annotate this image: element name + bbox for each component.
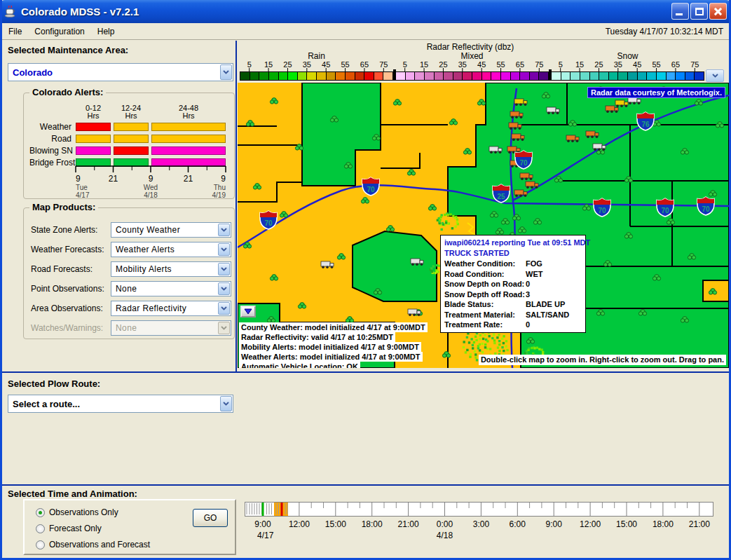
product-value: County Weather <box>116 225 180 235</box>
station-marker-icon[interactable] <box>463 149 471 155</box>
svg-text:9:00: 9:00 <box>254 519 271 529</box>
station-marker-icon[interactable] <box>477 100 485 106</box>
menu-file[interactable]: File <box>2 25 28 39</box>
svg-text:12:00: 12:00 <box>580 519 601 529</box>
radio-option-observations-and-forecast[interactable]: Observations and Forecast <box>36 540 150 549</box>
minimize-button[interactable] <box>671 3 689 20</box>
section-divider <box>2 484 729 486</box>
station-marker-icon[interactable] <box>253 184 261 190</box>
svg-text:65: 65 <box>671 60 680 69</box>
svg-text:18:00: 18:00 <box>653 519 674 529</box>
colorbar-scroll-button[interactable] <box>706 69 724 82</box>
station-marker-icon[interactable] <box>298 303 306 309</box>
chevron-down-icon[interactable] <box>218 224 230 236</box>
svg-text:45: 45 <box>322 60 330 69</box>
colorbar-section-rain: Rain515253545556575 <box>240 51 393 83</box>
alert-bar-red <box>76 123 111 131</box>
product-combo-area-observations[interactable]: Radar Reflectivity <box>111 301 231 316</box>
map-overlay-toggle-button[interactable] <box>240 306 256 317</box>
app-window: Colorado MDSS - v7.2.1 FileConfiguration… <box>0 0 731 560</box>
map-products-title: Map Products: <box>29 202 98 212</box>
alert-bar-magenta <box>151 146 226 155</box>
plow-route-combo[interactable]: Select a route... <box>8 395 233 413</box>
maximize-button[interactable] <box>690 3 708 20</box>
station-marker-icon[interactable] <box>442 352 450 358</box>
station-marker-icon[interactable] <box>361 198 369 204</box>
station-marker-icon[interactable] <box>337 254 345 260</box>
svg-text:55: 55 <box>652 60 660 69</box>
tooltip-field: Treatment Material:SALT/SAND <box>444 310 582 320</box>
svg-text:4/19: 4/19 <box>212 191 226 198</box>
interstate-shield-70: 70 <box>362 177 379 196</box>
alerts-time-axis: 9219219Tue4/17Wed4/18Thu4/19 <box>74 163 230 198</box>
map-product-row-watches-warnings: Watches/Warnings:None <box>31 320 230 336</box>
maintenance-area-value: Colorado <box>13 67 53 78</box>
product-combo-point-observations[interactable]: None <box>111 281 231 296</box>
menu-configuration[interactable]: Configuration <box>28 25 90 39</box>
station-marker-icon[interactable] <box>386 226 394 232</box>
product-combo-road-forecasts[interactable]: Mobility Alerts <box>111 261 231 277</box>
map-product-row-road-forecasts: Road Forecasts:Mobility Alerts <box>31 261 230 277</box>
chevron-down-icon[interactable] <box>218 263 230 275</box>
colorbar-gradient <box>240 71 393 81</box>
station-marker-icon[interactable] <box>407 170 415 176</box>
radio-option-forecast-only[interactable]: Forecast Only <box>36 524 102 533</box>
maintenance-area-label: Selected Maintenance Area: <box>8 45 128 55</box>
svg-text:9: 9 <box>76 174 81 184</box>
svg-text:4/18: 4/18 <box>437 531 453 540</box>
chevron-down-icon[interactable] <box>220 396 232 411</box>
map-status-line: Mobility Alerts: model initialized 4/17 … <box>239 342 421 352</box>
time-slider[interactable]: 9:0012:0015:0018:0021:000:003:006:009:00… <box>245 498 725 541</box>
map-product-row-weather-forecasts: Weather Forecasts:Weather Alerts <box>31 242 230 257</box>
product-value: None <box>116 323 137 333</box>
svg-text:75: 75 <box>379 60 388 69</box>
svg-text:35: 35 <box>614 60 622 69</box>
svg-text:9: 9 <box>221 174 226 184</box>
radio-icon[interactable] <box>36 524 45 533</box>
radio-label: Observations Only <box>49 507 118 517</box>
maintenance-area-combo[interactable]: Colorado <box>8 63 233 81</box>
plow-route-label: Selected Plow Route: <box>8 378 100 389</box>
tooltip-field: Blade Status:BLADE UP <box>444 299 582 310</box>
station-marker-icon[interactable] <box>246 121 254 127</box>
station-marker-icon[interactable] <box>280 212 287 218</box>
chevron-down-icon[interactable] <box>218 302 230 315</box>
radar-courtesy-label: Radar data courtesy of Meteorlogix. <box>587 87 725 98</box>
tooltip-header: iwapi060214 reporting Tue at 09:51 MDT <box>444 238 582 248</box>
svg-text:18:00: 18:00 <box>362 519 383 529</box>
product-combo-state-zone-alerts[interactable]: County Weather <box>111 222 231 238</box>
product-combo-weather-forecasts[interactable]: Weather Alerts <box>111 242 231 257</box>
product-label: Area Observations: <box>31 303 109 313</box>
station-marker-icon[interactable] <box>270 275 278 281</box>
svg-text:12:00: 12:00 <box>289 519 310 529</box>
chevron-down-icon[interactable] <box>218 243 230 256</box>
close-button[interactable] <box>709 3 727 20</box>
chevron-down-icon[interactable] <box>220 64 232 80</box>
chevron-down-icon[interactable] <box>218 282 230 295</box>
svg-text:25: 25 <box>439 60 447 69</box>
station-marker-icon[interactable] <box>449 119 457 125</box>
station-marker-icon[interactable] <box>393 100 401 106</box>
alerts-column-header: 24-48Hrs <box>151 104 226 120</box>
station-marker-icon[interactable] <box>270 98 278 104</box>
interstate-shield-70: 70 <box>260 211 277 229</box>
interstate-shield-70: 70 <box>697 197 714 215</box>
svg-text:15: 15 <box>264 60 273 69</box>
svg-text:25: 25 <box>497 193 505 200</box>
station-marker-icon[interactable] <box>428 205 436 211</box>
map-status-line: Radar Reflectivity: valid 4/17 at 10:25M… <box>239 332 395 342</box>
truck-icon[interactable] <box>321 261 334 268</box>
go-button[interactable]: GO <box>193 509 228 527</box>
svg-text:3:00: 3:00 <box>473 519 490 529</box>
svg-text:4/17: 4/17 <box>76 191 90 198</box>
station-marker-icon[interactable] <box>346 317 353 323</box>
menu-help[interactable]: Help <box>91 25 121 39</box>
svg-text:70: 70 <box>702 205 710 213</box>
svg-text:65: 65 <box>516 60 524 69</box>
product-value: Weather Alerts <box>116 245 175 254</box>
map-viewport[interactable]: 7070707625707070 Radar data courtesy of … <box>238 83 729 368</box>
interstate-shield-25: 25 <box>493 184 510 203</box>
radio-icon[interactable] <box>36 540 45 549</box>
radio-selected-icon[interactable] <box>36 508 45 517</box>
radio-option-observations-only[interactable]: Observations Only <box>36 507 118 517</box>
